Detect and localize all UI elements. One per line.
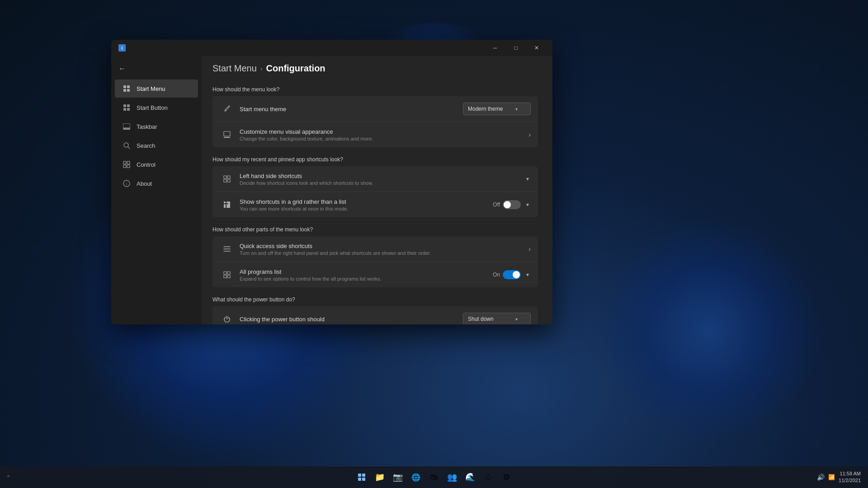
sidebar-label-taskbar: Taskbar — [137, 123, 157, 130]
customize-text: Customize menu visual appearance Change … — [240, 128, 528, 141]
svg-rect-40 — [362, 474, 365, 477]
sidebar-item-start-menu[interactable]: Start Menu — [115, 80, 198, 98]
grid-toggle-thumb — [504, 201, 511, 208]
all-programs-title: All programs list — [240, 268, 493, 275]
back-button[interactable]: ← — [115, 61, 129, 76]
customize-arrow: › — [528, 131, 531, 138]
power-action-text: Clicking the power button should — [240, 316, 463, 323]
grid-text: Show shortcuts in a grid rather than a l… — [240, 198, 493, 211]
svg-rect-41 — [358, 478, 361, 481]
taskbar-camera-icon[interactable]: 📷 — [390, 469, 406, 485]
grid-toggle[interactable] — [503, 200, 521, 209]
taskbar-teams-icon[interactable]: 👥 — [444, 469, 460, 485]
taskbar-time-display: 11:58 AM — [839, 470, 861, 477]
svg-rect-42 — [362, 478, 365, 481]
setting-row-power-action: Clicking the power button should Shut do… — [212, 306, 538, 324]
grid-toggle-wrap: Off — [493, 200, 521, 209]
section-shortcuts-card: Left hand side shortcuts Decide how shor… — [212, 166, 538, 217]
grid-chevron[interactable]: ▾ — [524, 200, 531, 210]
taskbar-chat-icon[interactable]: ⬡ — [480, 469, 496, 485]
about-icon: i — [122, 179, 131, 188]
svg-rect-0 — [123, 85, 126, 88]
svg-rect-2 — [123, 89, 126, 92]
theme-text: Start menu theme — [240, 106, 463, 113]
quick-access-title: Quick access side shortcuts — [240, 243, 528, 249]
title-bar: i ─ □ ✕ — [111, 40, 552, 56]
svg-rect-29 — [224, 206, 226, 208]
svg-rect-28 — [226, 204, 228, 206]
close-button[interactable]: ✕ — [526, 41, 547, 55]
setting-row-customize[interactable]: Customize menu visual appearance Change … — [212, 122, 538, 147]
theme-dropdown-arrow: ▾ — [515, 107, 518, 112]
breadcrumb-current: Configuration — [266, 63, 326, 74]
search-nav-icon — [122, 141, 131, 150]
svg-rect-24 — [227, 179, 230, 182]
start-menu-icon — [122, 84, 131, 93]
sidebar-label-about: About — [137, 180, 152, 187]
theme-icon — [220, 102, 234, 116]
taskbar-start-icon[interactable] — [354, 469, 370, 485]
all-programs-toggle-wrap: On — [493, 270, 521, 279]
sidebar-item-taskbar[interactable]: Taskbar — [115, 117, 198, 136]
left-shortcuts-chevron[interactable]: ▾ — [524, 174, 531, 184]
power-dropdown[interactable]: Shut down ▾ — [463, 313, 531, 324]
svg-rect-26 — [226, 202, 228, 203]
breadcrumb-parent: Start Menu — [212, 63, 257, 74]
svg-rect-19 — [224, 131, 230, 136]
all-programs-toggle[interactable] — [503, 270, 521, 279]
svg-rect-37 — [224, 275, 226, 278]
svg-rect-38 — [227, 275, 230, 278]
left-shortcuts-text: Left hand side shortcuts Decide how shor… — [240, 173, 524, 186]
svg-text:i: i — [126, 182, 127, 186]
title-bar-controls: ─ □ ✕ — [485, 41, 547, 55]
main-content: Start Menu › Configuration How should th… — [202, 56, 552, 324]
setting-row-left-shortcuts[interactable]: Left hand side shortcuts Decide how shor… — [212, 166, 538, 192]
setting-row-all-programs: All programs list Expand to see options … — [212, 262, 538, 287]
svg-rect-4 — [123, 104, 126, 107]
power-dropdown-arrow: ▾ — [515, 317, 518, 322]
setting-row-quick-access[interactable]: Quick access side shortcuts Turn on and … — [212, 236, 538, 262]
svg-rect-20 — [224, 137, 230, 138]
all-programs-chevron[interactable]: ▾ — [524, 270, 531, 280]
svg-rect-22 — [227, 176, 230, 178]
taskbar-sys-left: ^ — [7, 474, 9, 480]
taskbar-sound-icon: 🔊 — [817, 474, 825, 481]
sidebar-label-control: Control — [137, 161, 156, 168]
sidebar-item-start-button[interactable]: Start Button — [115, 99, 198, 117]
taskbar-settings-icon[interactable]: ⚙ — [498, 469, 514, 485]
taskbar-right: 🔊 📶 11:58 AM 11/2/2021 — [817, 470, 861, 484]
minimize-button[interactable]: ─ — [485, 41, 505, 55]
sidebar-item-about[interactable]: i About — [115, 174, 198, 192]
taskbar-clock[interactable]: 11:58 AM 11/2/2021 — [839, 470, 861, 484]
quick-access-control: › — [528, 245, 531, 253]
svg-rect-35 — [224, 272, 226, 274]
taskbar-network-icon: 📶 — [828, 474, 835, 480]
grid-toggle-label: Off — [493, 202, 500, 208]
theme-dropdown[interactable]: Modern theme ▾ — [463, 103, 531, 115]
taskbar-widgets-icon[interactable]: 🌊 — [462, 469, 478, 485]
taskbar-icon — [122, 122, 131, 131]
all-programs-toggle-thumb — [513, 271, 520, 278]
sidebar-item-search[interactable]: Search — [115, 136, 198, 155]
app-icon: i — [118, 44, 126, 52]
svg-rect-14 — [123, 165, 126, 168]
customize-icon — [220, 127, 234, 142]
window-body: ← Start Menu — [111, 56, 552, 324]
section-other-card: Quick access side shortcuts Turn on and … — [212, 236, 538, 287]
taskbar-edge-icon[interactable]: 🌐 — [408, 469, 424, 485]
grid-title: Show shortcuts in a grid rather than a l… — [240, 198, 493, 205]
svg-rect-25 — [224, 202, 226, 203]
start-button-icon — [122, 103, 131, 112]
control-icon — [122, 160, 131, 169]
customize-desc: Change the color, background texture, an… — [240, 136, 528, 141]
grid-desc: You can see more shortcuts at once in th… — [240, 206, 493, 211]
taskbar-explorer-icon[interactable]: 📁 — [372, 469, 388, 485]
maximize-button[interactable]: □ — [505, 41, 526, 55]
taskbar-store-icon[interactable]: 🛍 — [426, 469, 442, 485]
section-power-header: What should the power button do? — [212, 289, 538, 306]
all-programs-desc: Expand to see options to control how the… — [240, 276, 493, 282]
sidebar-label-start-menu: Start Menu — [137, 85, 165, 92]
svg-rect-30 — [226, 206, 228, 208]
svg-rect-7 — [127, 108, 130, 111]
sidebar-item-control[interactable]: Control — [115, 155, 198, 174]
